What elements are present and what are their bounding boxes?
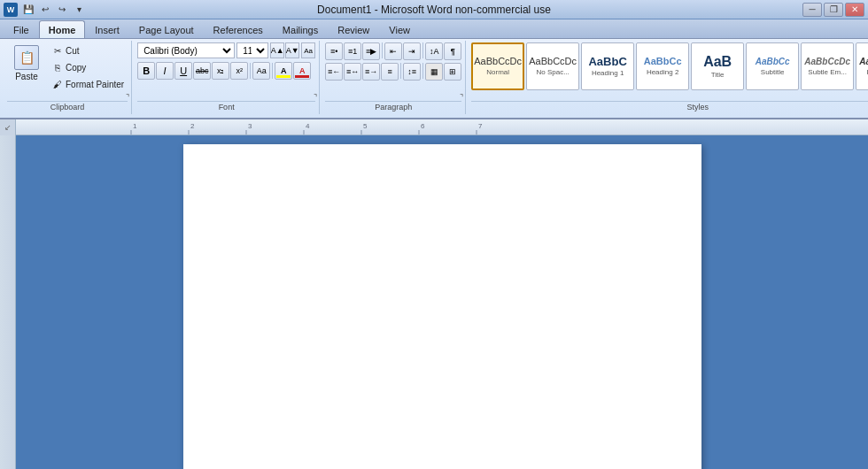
tab-home[interactable]: Home: [39, 20, 86, 38]
tab-file[interactable]: File: [4, 20, 39, 38]
font-color-indicator: [295, 75, 309, 78]
increase-font-button[interactable]: A▲: [270, 42, 284, 58]
align-left-button[interactable]: ≡←: [325, 63, 343, 81]
style-subtitle[interactable]: AaBbCc Subtitle: [746, 42, 799, 90]
italic-button[interactable]: I: [156, 62, 174, 80]
superscript-button[interactable]: x²: [230, 62, 248, 80]
tab-pagelayout[interactable]: Page Layout: [129, 20, 204, 38]
ruler-corner[interactable]: ↙: [0, 119, 16, 135]
clipboard-group: 📋 Paste ✂ Cut ⎘ Copy 🖌 Format Painter: [4, 41, 132, 114]
decrease-font-button[interactable]: A▼: [285, 42, 299, 58]
tab-row: File Home Insert Page Layout References …: [0, 19, 868, 39]
font-group-content: Calibri (Body) 11 A▲ A▼ Aa B I: [137, 42, 315, 99]
ruler-svg: 1 2 3 4 5 6 7: [16, 119, 868, 135]
style-nospace-label: No Spac...: [536, 68, 569, 76]
style-normal[interactable]: AaBbCcDc Normal: [471, 42, 524, 90]
restore-button[interactable]: ❐: [824, 3, 843, 17]
styles-group-label: Styles: [471, 101, 868, 112]
paste-label: Paste: [15, 72, 38, 81]
tab-mailings[interactable]: Mailings: [273, 20, 328, 38]
cut-button[interactable]: ✂ Cut: [48, 42, 128, 58]
font-extra-controls: Aa: [301, 42, 315, 58]
paragraph-expander-icon[interactable]: ⌝: [460, 93, 463, 102]
highlight-color-button[interactable]: A: [275, 62, 292, 80]
font-size-select[interactable]: 11: [236, 42, 268, 58]
customize-qa-button[interactable]: ▾: [72, 3, 86, 17]
paste-button[interactable]: 📋 Paste: [7, 42, 46, 84]
show-hide-button[interactable]: ¶: [444, 42, 461, 60]
style-heading1[interactable]: AaBbC Heading 1: [581, 42, 634, 90]
style-normal-label: Normal: [486, 68, 509, 76]
font-name-select[interactable]: Calibri (Body): [137, 42, 235, 58]
document-page[interactable]: [183, 144, 701, 469]
paragraph-group-content: ≡• ≡1 ≡▶ ⇤ ⇥ ↕A ¶ ≡← ≡↔ ≡→ ≡ ↕≡: [325, 42, 461, 99]
document-area: [16, 135, 868, 469]
font-group: Calibri (Body) 11 A▲ A▼ Aa B I: [134, 41, 320, 114]
shading-button[interactable]: ▦: [425, 63, 443, 81]
save-qa-button[interactable]: 💾: [21, 3, 35, 17]
clipboard-small-buttons: ✂ Cut ⎘ Copy 🖌 Format Painter: [48, 42, 128, 92]
underline-button[interactable]: U: [174, 62, 192, 80]
word-icon: W: [4, 3, 18, 17]
tab-review[interactable]: Review: [328, 20, 379, 38]
justify-button[interactable]: ≡: [381, 63, 399, 81]
bullets-button[interactable]: ≡•: [325, 42, 343, 60]
format-divider: [250, 63, 251, 79]
close-button[interactable]: ✕: [845, 3, 864, 17]
sort-button[interactable]: ↕A: [425, 42, 443, 60]
style-emphasis[interactable]: AaBbCcDc Emphasis: [856, 42, 868, 90]
borders-button[interactable]: ⊞: [444, 63, 461, 81]
numbering-button[interactable]: ≡1: [344, 42, 361, 60]
subscript-button[interactable]: x₂: [212, 62, 229, 80]
format-painter-icon: 🖌: [51, 78, 64, 90]
style-heading2-text: AaBbCc: [644, 57, 682, 66]
style-heading2[interactable]: AaBbCc Heading 2: [636, 42, 689, 90]
minimize-button[interactable]: ─: [802, 3, 822, 17]
style-normal-text: AaBbCcDc: [474, 57, 522, 66]
quick-access-toolbar: 💾 ↩ ↪ ▾: [21, 3, 86, 17]
clear-formatting-button[interactable]: Aa: [301, 42, 315, 58]
paragraph-group: ≡• ≡1 ≡▶ ⇤ ⇥ ↕A ¶ ≡← ≡↔ ≡→ ≡ ↕≡: [322, 41, 466, 114]
align-center-button[interactable]: ≡↔: [344, 63, 361, 81]
tab-references[interactable]: References: [204, 20, 273, 38]
font-size-controls: A▲ A▼: [270, 42, 299, 58]
redo-qa-button[interactable]: ↪: [55, 3, 69, 17]
bold-button[interactable]: B: [137, 62, 155, 80]
style-subtitle-text: AaBbCc: [756, 58, 790, 66]
undo-qa-button[interactable]: ↩: [38, 3, 52, 17]
horizontal-ruler: 1 2 3 4 5 6 7: [16, 119, 868, 135]
change-case-button[interactable]: Aa: [252, 62, 270, 80]
font-expander-icon[interactable]: ⌝: [314, 93, 317, 102]
svg-text:2: 2: [190, 122, 195, 130]
font-name-row: Calibri (Body) 11 A▲ A▼ Aa: [137, 42, 315, 58]
format-buttons-row: B I U abc x₂ x² Aa A A: [137, 62, 311, 80]
ribbon: File Home Insert Page Layout References …: [0, 19, 868, 119]
paragraph-group-label: Paragraph: [325, 101, 461, 112]
style-subtle-em[interactable]: AaBbCcDc Subtle Em...: [801, 42, 854, 90]
clipboard-group-label: Clipboard: [7, 101, 128, 112]
svg-text:1: 1: [133, 122, 137, 130]
copy-button[interactable]: ⎘ Copy: [48, 59, 128, 75]
line-spacing-button[interactable]: ↕≡: [403, 63, 421, 81]
clipboard-expander-icon[interactable]: ⌝: [126, 93, 129, 102]
tab-insert[interactable]: Insert: [85, 20, 129, 38]
ribbon-content: 📋 Paste ✂ Cut ⎘ Copy 🖌 Format Painter: [0, 39, 868, 118]
font-color-button[interactable]: A: [293, 62, 311, 80]
title-bar: W 💾 ↩ ↪ ▾ Document1 - Microsoft Word non…: [0, 0, 868, 19]
cut-icon: ✂: [51, 44, 64, 57]
multilevel-list-button[interactable]: ≡▶: [362, 42, 380, 60]
style-nospace[interactable]: AaBbCcDc No Spac...: [526, 42, 579, 90]
style-emphasis-text: AaBbCcDc: [859, 58, 868, 66]
window-title: Document1 - Microsoft Word non-commercia…: [317, 4, 551, 16]
tab-view[interactable]: View: [379, 20, 420, 38]
align-right-button[interactable]: ≡→: [362, 63, 380, 81]
decrease-indent-button[interactable]: ⇤: [384, 42, 402, 60]
svg-text:4: 4: [306, 122, 310, 130]
style-title[interactable]: AaB Title: [691, 42, 744, 90]
vertical-ruler: [0, 135, 16, 469]
svg-text:3: 3: [248, 122, 252, 130]
strikethrough-button[interactable]: abc: [193, 62, 211, 80]
increase-indent-button[interactable]: ⇥: [403, 42, 421, 60]
svg-rect-0: [16, 119, 868, 135]
format-painter-button[interactable]: 🖌 Format Painter: [48, 76, 128, 92]
